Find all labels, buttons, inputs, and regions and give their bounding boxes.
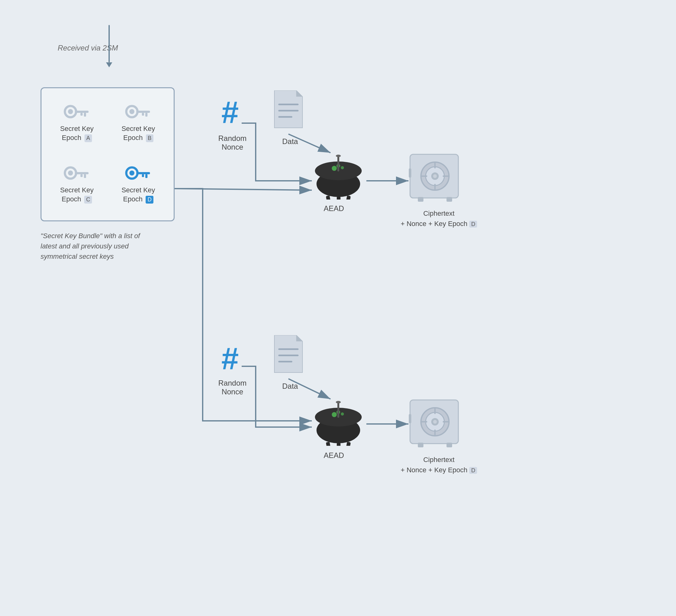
top-aead-label: AEAD — [324, 204, 344, 213]
bottom-nonce-icon: # — [221, 343, 239, 374]
bottom-aead-pot-icon — [312, 396, 365, 446]
key-icon-a — [64, 105, 90, 122]
svg-point-6 — [129, 109, 134, 114]
svg-rect-34 — [346, 195, 351, 200]
svg-rect-14 — [80, 174, 82, 177]
bottom-nonce-label: RandomNonce — [218, 379, 247, 396]
key-icon-b — [125, 105, 152, 122]
svg-rect-9 — [142, 113, 144, 116]
svg-point-71 — [433, 420, 437, 424]
svg-point-56 — [341, 412, 344, 415]
epoch-badge-b: B — [146, 134, 154, 142]
svg-point-58 — [336, 401, 341, 403]
svg-rect-19 — [142, 174, 144, 177]
key-label-a: Secret KeyEpoch A — [60, 124, 94, 142]
epoch-badge-a: A — [84, 134, 92, 142]
key-label-d: Secret KeyEpoch D — [122, 186, 155, 204]
svg-rect-59 — [326, 442, 331, 446]
top-data-label: Data — [282, 137, 298, 146]
bottom-data-doc-icon — [271, 335, 305, 376]
svg-rect-17 — [136, 172, 150, 174]
svg-point-29 — [341, 166, 344, 169]
top-nonce-icon: # — [221, 97, 239, 128]
svg-rect-73 — [447, 443, 452, 447]
svg-rect-61 — [346, 442, 351, 446]
svg-point-1 — [68, 109, 73, 114]
svg-point-54 — [332, 412, 337, 417]
svg-rect-72 — [418, 443, 424, 447]
svg-rect-13 — [84, 174, 86, 178]
diagram: Received via 2SM Secret KeyEpoch A — [0, 0, 676, 616]
epoch-badge-d: D — [146, 196, 154, 204]
svg-rect-8 — [145, 113, 148, 117]
key-item-a: Secret KeyEpoch A — [48, 95, 106, 153]
key-item-d: Secret KeyEpoch D — [109, 156, 167, 214]
svg-rect-60 — [337, 443, 340, 446]
key-item-c: Secret KeyEpoch C — [48, 156, 106, 214]
svg-marker-21 — [296, 91, 302, 97]
svg-rect-18 — [145, 174, 148, 178]
svg-point-27 — [332, 166, 337, 171]
key-label-b: Secret KeyEpoch B — [122, 124, 155, 142]
svg-rect-63 — [409, 414, 411, 423]
svg-rect-46 — [447, 197, 452, 202]
svg-rect-33 — [337, 197, 340, 200]
top-safe-icon — [408, 153, 461, 203]
svg-rect-30 — [337, 156, 339, 171]
top-aead-pot-icon — [312, 150, 365, 200]
top-nonce-label: RandomNonce — [218, 134, 247, 152]
bottom-safe-icon — [408, 398, 461, 448]
top-arrow — [106, 25, 112, 67]
svg-rect-4 — [80, 113, 82, 116]
svg-point-44 — [433, 174, 437, 178]
bottom-ciphertext-label: Ciphertext+ Nonce + Key Epoch D — [401, 454, 477, 475]
key-item-b: Secret KeyEpoch B — [109, 95, 167, 153]
svg-marker-48 — [296, 335, 302, 341]
epoch-badge-c: C — [84, 196, 92, 204]
bundle-description: "Secret Key Bundle" with a list of lates… — [41, 231, 156, 262]
svg-rect-57 — [337, 402, 339, 418]
top-ciphertext-label: Ciphertext+ Nonce + Key Epoch D — [401, 208, 477, 229]
svg-rect-36 — [409, 168, 411, 178]
key-icon-d — [125, 166, 152, 183]
bottom-aead-label: AEAD — [324, 451, 344, 460]
svg-rect-32 — [326, 195, 331, 200]
svg-line-75 — [175, 188, 312, 190]
svg-rect-7 — [136, 111, 150, 113]
bottom-data-label: Data — [282, 382, 298, 391]
svg-rect-12 — [75, 172, 89, 174]
svg-point-16 — [129, 171, 134, 175]
svg-rect-3 — [84, 113, 86, 117]
key-bundle-box: Secret KeyEpoch A Secret KeyEpoch B — [41, 87, 175, 221]
svg-point-31 — [336, 155, 341, 157]
svg-rect-45 — [418, 197, 424, 202]
key-label-c: Secret KeyEpoch C — [60, 186, 94, 204]
svg-point-11 — [68, 171, 73, 175]
top-data-doc-icon — [271, 91, 305, 131]
key-icon-c — [64, 166, 90, 183]
svg-rect-2 — [75, 111, 89, 113]
